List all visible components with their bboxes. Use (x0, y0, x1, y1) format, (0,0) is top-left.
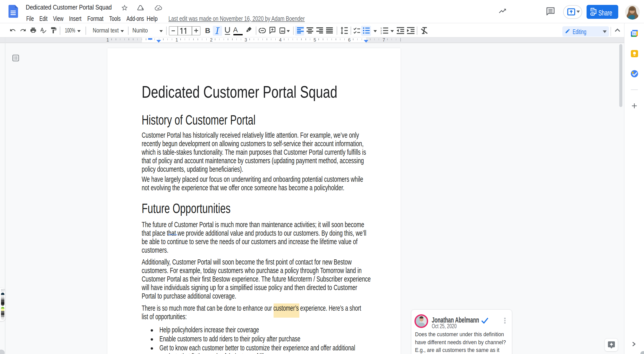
svg-text:31: 31 (633, 32, 636, 35)
svg-text:1: 1 (380, 27, 382, 29)
svg-text:2: 2 (380, 29, 382, 32)
svg-text:3: 3 (380, 32, 382, 34)
